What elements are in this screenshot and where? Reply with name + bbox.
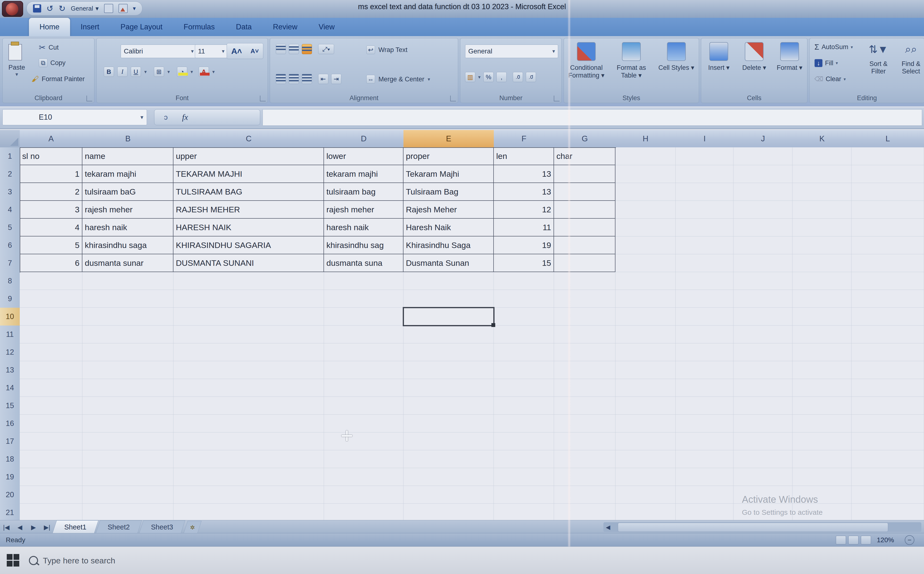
cell-B3[interactable]: tulsiraam baG [82, 183, 174, 201]
row-header-10[interactable]: 10 [0, 308, 20, 326]
cell-D16[interactable] [324, 415, 403, 432]
cell-L12[interactable] [851, 343, 924, 361]
alignment-dialog-launcher-icon[interactable] [450, 96, 456, 101]
cell-C7[interactable]: DUSMANTA SUNANI [174, 254, 324, 272]
cell-K9[interactable] [793, 290, 851, 308]
cell-H4[interactable] [616, 201, 676, 219]
cell-E18[interactable] [403, 450, 494, 468]
undo-icon[interactable]: ↺ [46, 4, 54, 13]
row-header-8[interactable]: 8 [0, 272, 20, 290]
cell-B20[interactable] [82, 486, 174, 504]
horizontal-scrollbar[interactable]: ◀ [603, 522, 921, 532]
cell-B21[interactable] [82, 504, 174, 520]
cell-B9[interactable] [82, 290, 174, 308]
cell-C6[interactable]: KHIRASINDHU SAGARIA [174, 237, 324, 254]
styles-items-cell-styles[interactable]: Cell Styles ▾ [656, 42, 697, 79]
font-size-combo[interactable]: 11▾ [195, 44, 227, 58]
cell-J4[interactable] [733, 201, 793, 219]
cell-A12[interactable] [20, 343, 82, 361]
decrease-decimal-icon[interactable]: .0⃗ [526, 72, 536, 82]
cell-E11[interactable] [403, 325, 494, 343]
cell-L8[interactable] [851, 272, 924, 290]
cell-E19[interactable] [403, 468, 494, 486]
cell-B1[interactable]: name [82, 147, 174, 165]
cell-J18[interactable] [733, 450, 793, 468]
cell-A3[interactable]: 2 [20, 183, 82, 201]
cell-D5[interactable]: haresh naik [324, 219, 403, 237]
styles-items-conditional-formatting[interactable]: Conditional Formatting ▾ [566, 42, 607, 79]
cell-H3[interactable] [616, 183, 676, 201]
cell-F14[interactable] [494, 379, 554, 397]
cell-E21[interactable] [403, 504, 494, 520]
row-header-9[interactable]: 9 [0, 290, 20, 308]
cells-items-delete[interactable]: Delete ▾ [737, 42, 772, 71]
cell-G17[interactable] [554, 432, 616, 450]
namebox-caret-icon[interactable]: ▾ [141, 114, 143, 121]
clear-button[interactable]: ⌫Clear▾ [814, 76, 846, 83]
column-header-B[interactable]: B [82, 130, 174, 148]
cell-B5[interactable]: haresh naik [82, 219, 174, 237]
cell-F10[interactable] [494, 308, 554, 325]
sheet-tab-sheet1[interactable]: Sheet1 [52, 520, 98, 533]
cell-L15[interactable] [851, 397, 924, 415]
accounting-format-icon[interactable]: ▥ [465, 72, 475, 82]
row-header-18[interactable]: 18 [0, 450, 20, 468]
cell-G20[interactable] [554, 486, 616, 504]
cell-L10[interactable] [851, 308, 924, 325]
cell-E20[interactable] [403, 486, 494, 504]
underline-button[interactable]: U [131, 67, 141, 77]
paste-button[interactable]: Paste ▾ [8, 44, 25, 77]
column-header-F[interactable]: F [494, 130, 554, 148]
cell-L14[interactable] [851, 379, 924, 397]
cell-H7[interactable] [616, 254, 676, 272]
cell-F1[interactable]: len [494, 147, 554, 165]
start-button[interactable] [7, 554, 20, 567]
cell-H12[interactable] [616, 343, 676, 361]
cell-F19[interactable] [494, 468, 554, 486]
cell-H8[interactable] [616, 272, 676, 290]
cell-H19[interactable] [616, 468, 676, 486]
row-header-7[interactable]: 7 [0, 254, 20, 272]
cell-A17[interactable] [20, 432, 82, 450]
cells-items-format[interactable]: Format ▾ [772, 42, 807, 71]
cell-A21[interactable] [20, 504, 82, 520]
cell-L19[interactable] [851, 468, 924, 486]
cell-K17[interactable] [793, 432, 851, 450]
cell-H15[interactable] [616, 397, 676, 415]
cell-J7[interactable] [733, 254, 793, 272]
cell-K19[interactable] [793, 468, 851, 486]
cell-E7[interactable]: Dusmanta Sunan [403, 254, 494, 272]
cell-H18[interactable] [616, 450, 676, 468]
cell-G18[interactable] [554, 450, 616, 468]
formula-undo-icon[interactable]: ↄ [164, 113, 167, 121]
cell-G2[interactable] [554, 165, 616, 183]
cell-H20[interactable] [616, 486, 676, 504]
row-header-5[interactable]: 5 [0, 219, 20, 237]
cell-J16[interactable] [733, 415, 793, 432]
row-header-4[interactable]: 4 [0, 201, 20, 219]
cell-G4[interactable] [554, 201, 616, 219]
cell-E8[interactable] [403, 272, 494, 290]
orientation-icon[interactable]: ⤢▾ [318, 44, 334, 54]
tab-home[interactable]: Home [29, 18, 70, 36]
insert-function-button[interactable]: fx [182, 113, 188, 122]
cell-J3[interactable] [733, 183, 793, 201]
cell-K18[interactable] [793, 450, 851, 468]
cell-D19[interactable] [324, 468, 403, 486]
cell-A4[interactable]: 3 [20, 201, 82, 219]
fontcolor-caret-icon[interactable]: ▾ [212, 69, 215, 75]
cell-A5[interactable]: 4 [20, 219, 82, 237]
cell-F9[interactable] [494, 290, 554, 308]
cell-J13[interactable] [733, 361, 793, 379]
row-header-2[interactable]: 2 [0, 165, 20, 183]
cell-D2[interactable]: tekaram majhi [324, 165, 403, 183]
cell-C19[interactable] [174, 468, 324, 486]
cell-G21[interactable] [554, 504, 616, 520]
column-header-G[interactable]: G [554, 130, 616, 148]
cell-L6[interactable] [851, 237, 924, 254]
cell-D11[interactable] [324, 325, 403, 343]
cell-A1[interactable]: sl no [20, 147, 82, 165]
insert-worksheet-tab[interactable]: ✲ [183, 521, 202, 534]
wrap-text-button[interactable]: ↩ Wrap Text [366, 46, 408, 54]
bold-button[interactable]: B [104, 67, 114, 77]
